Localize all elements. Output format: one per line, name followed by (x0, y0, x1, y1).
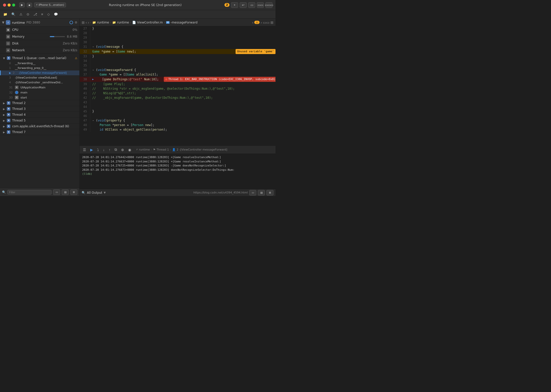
frame-1-row[interactable]: 1 __forwarding_prep_0__ (0, 66, 79, 70)
scheme-selector[interactable]: ⚡ iPhone S...eration) (34, 3, 66, 7)
frame-4-row[interactable]: 4 -[UIViewController _sendViewDid... (0, 80, 79, 85)
debug-stepinto-btn[interactable]: ↓ (102, 147, 106, 153)
layout-btn[interactable]: ≡ (40, 12, 44, 17)
play-button[interactable]: ▶ (19, 3, 25, 7)
debug-stepout-btn[interactable]: ↑ (107, 147, 112, 153)
thread-4-row[interactable]: ▶ ⚑ Thread 4 (0, 112, 79, 117)
warning-badge[interactable]: 2 (224, 3, 229, 7)
code-line-48: 48 Person *person = [Person new]; (80, 123, 275, 127)
debug-viewhierarchy-btn[interactable]: ⧉ (113, 147, 118, 153)
breadcrumb-back-btn[interactable]: ‹ (86, 20, 87, 24)
thread-4-label: Thread 4 (12, 113, 77, 116)
sidebar-filter-input[interactable] (7, 190, 52, 194)
disk-icon: ◫ (6, 41, 10, 45)
debug-layout-3[interactable]: ⊞ (266, 190, 273, 195)
debug-simulate-btn[interactable]: ◉ (127, 147, 132, 153)
code-line-42: 42 // _objc_msgForward(game, @selector(D… (80, 95, 275, 100)
line-num-38: 38 (80, 77, 90, 82)
folder-btn[interactable]: 📁 (2, 12, 9, 17)
eventfetch-expand[interactable]: ▶ (3, 125, 6, 128)
breadcrumb-grid-btn[interactable]: ⊞ (82, 20, 85, 24)
breadcrumb-nav-back[interactable]: ‹ (252, 20, 254, 24)
thread-7-row[interactable]: ▶ ⚑ Thread 7 (0, 129, 79, 135)
frame-33-label: start (20, 96, 27, 99)
breadcrumb-layout-btn[interactable]: ▭▭ (263, 20, 269, 24)
debug-mem-btn[interactable]: ⊕ (120, 147, 125, 153)
thread-3-expand[interactable]: ▶ (3, 108, 6, 110)
debug-resume-btn[interactable]: ▶ (89, 147, 94, 153)
code-line-49: 49 id VCClass = object_getClass(person); (80, 127, 275, 132)
thread-2-expand[interactable]: ▶ (3, 102, 6, 105)
frame-31-num: 31 (9, 86, 14, 89)
thread-1-row[interactable]: ▼ ⚑ Thread 1 Queue: com...read (serial) … (0, 55, 79, 61)
sidebar-layout-btn-1[interactable]: ▭ (53, 189, 60, 195)
thread-2-row[interactable]: ▶ ⚑ Thread 2 (0, 100, 79, 106)
frame-3-row[interactable]: 3 -[ViewController viewDidLoad] (0, 75, 79, 80)
active-frame-indicator: ▶ (9, 71, 11, 74)
line-num-45: 45 (80, 109, 90, 114)
nav-btn[interactable]: ⊙ (25, 12, 31, 17)
frame-32-row[interactable]: 32 👤 main (0, 90, 79, 95)
thread-7-expand[interactable]: ▶ (3, 131, 6, 134)
debug-stepover-btn[interactable]: ⤵ (96, 147, 100, 153)
close-button[interactable] (3, 4, 6, 7)
breadcrumb-nav-forward[interactable]: › (261, 20, 262, 24)
inspect-btn[interactable]: 🔍 (10, 12, 17, 17)
bc-method[interactable]: M -messageForward (166, 21, 197, 24)
memory-row[interactable]: ▤ Memory 8.6 MB (0, 33, 79, 40)
frame-32-num: 32 (9, 91, 14, 94)
frame-1-num: 1 (9, 66, 14, 70)
bc-runtime-2[interactable]: 📁 runtime (112, 21, 129, 24)
sidebar-layout-btn-3[interactable]: ⊞ (70, 189, 77, 195)
frame-2-row[interactable]: ▶ 2 -[ViewController messageForward] (0, 70, 79, 75)
thread-1-expand[interactable]: ▼ (3, 57, 6, 60)
thread-3-row[interactable]: ▶ ⚑ Thread 3 (0, 106, 79, 112)
stop-button[interactable]: ■ (27, 3, 32, 7)
thread-7-label: Thread 7 (12, 130, 77, 134)
add-button[interactable]: + (231, 2, 238, 8)
bc-file-label: ViewController.m (137, 21, 163, 24)
thread-4-expand[interactable]: ▶ (3, 113, 6, 116)
thread-2-group: ▶ ⚑ Thread 2 (0, 100, 79, 106)
return-button[interactable]: ↩ (240, 2, 247, 8)
branch-btn[interactable]: ⎇ (32, 12, 38, 17)
breadcrumb-expand-btn[interactable]: ⊞ (270, 20, 273, 24)
layout-1-button[interactable]: ▭ (248, 2, 255, 8)
bc-file[interactable]: 📄 ViewController.m (132, 21, 163, 24)
line-content-38: [game DoThings:@"test" Num:10]; (95, 77, 159, 82)
minimize-button[interactable] (8, 4, 11, 7)
code-line-34: 34 (80, 59, 275, 63)
line-num-35: 35 (80, 63, 90, 68)
warn-btn[interactable]: ⚠ (18, 12, 24, 17)
thread-5-row[interactable]: ▶ ⚑ Thread 5 (0, 118, 79, 123)
thread-5-expand[interactable]: ▶ (3, 119, 6, 122)
cpu-row[interactable]: ▣ CPU 0% (0, 27, 79, 33)
frame-31-row[interactable]: 31 ⊞ UIApplicationMain (0, 85, 79, 90)
network-row[interactable]: ⊕ Network Zero KB/s (0, 47, 79, 54)
debug-layout-1[interactable]: ▭ (249, 190, 256, 195)
layout-2-button[interactable]: ▭▭ (257, 2, 264, 8)
bc-runtime-1[interactable]: 📁 runtime (92, 21, 109, 24)
maximize-button[interactable] (12, 4, 15, 7)
frame-33-row[interactable]: 33 ⚙ start (0, 95, 79, 100)
eventfetch-thread-row[interactable]: ▶ ⚑ com.apple.uikit.eventfetch-thread (6… (0, 124, 79, 129)
error-dot-icon (165, 78, 167, 80)
code-line-40: 40 // NSString *str = objc_msgSend(game,… (80, 86, 275, 91)
breadcrumb-forward-btn[interactable]: › (88, 20, 89, 24)
code-line-31: 31 - (void)message { (80, 44, 275, 49)
line-num-37: 37 (80, 72, 90, 77)
layout-3-button[interactable]: ▭▭▭ (265, 2, 272, 8)
debug-toggle-btn[interactable]: ☰ (82, 147, 87, 153)
debug-layout-2[interactable]: ▤ (258, 190, 265, 195)
cpu-icon: ▣ (6, 28, 10, 32)
disk-row[interactable]: ◫ Disk Zero KB/s (0, 40, 79, 47)
code-line-38: 38 ▶ [game DoThings:@"test" Num:10]; Thr… (80, 77, 275, 82)
process-header[interactable]: ▼ ⚡ runtime PID 3880 ⚙ (0, 19, 79, 27)
sidebar-layout-btn-2[interactable]: ▤ (62, 189, 69, 195)
code-editor[interactable]: 27 } 28 29 30 31 - (void)message { 32 Ga… (80, 26, 275, 145)
debug-output[interactable]: 2020-07-28 14:01:14.276442+0800 runtime[… (80, 154, 275, 189)
msg-btn[interactable]: 💬 (53, 12, 59, 17)
breakpoint-btn[interactable]: ◇ (46, 12, 51, 17)
frame-0-row[interactable]: 0 __forwarding__ (0, 61, 79, 66)
process-settings-icon[interactable]: ⚙ (75, 21, 77, 24)
